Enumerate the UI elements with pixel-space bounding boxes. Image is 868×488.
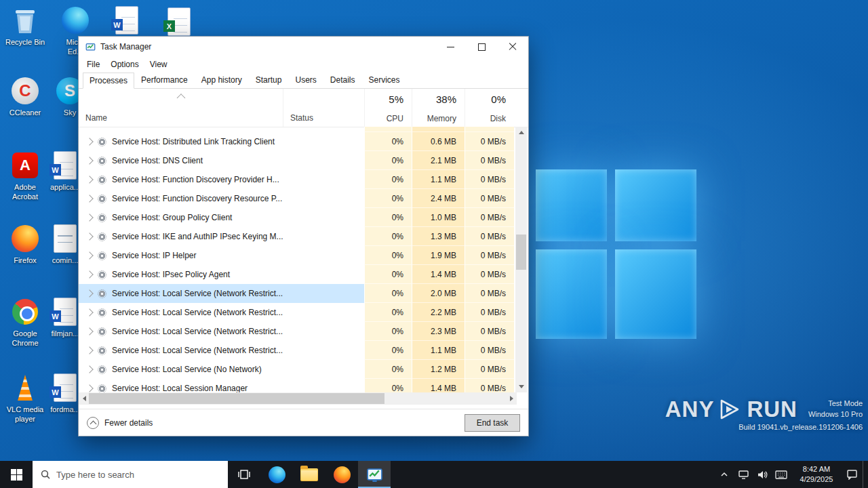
desktop-icon-excel-file[interactable]: X: [155, 7, 203, 39]
menu-item[interactable]: View: [144, 58, 173, 70]
maximize-button[interactable]: [466, 37, 497, 57]
process-row[interactable]: Service Host: Function Discovery Resourc…: [79, 189, 517, 208]
tab[interactable]: Processes: [83, 73, 134, 89]
windows-logo-icon: [11, 469, 22, 481]
taskbar-firefox[interactable]: [326, 461, 358, 488]
volume-tray-button[interactable]: [754, 461, 770, 488]
process-row[interactable]: Service Host: Local Service (Network Res…: [79, 322, 517, 341]
vertical-scrollbar[interactable]: [515, 127, 527, 392]
taskbar-task-manager[interactable]: [358, 461, 391, 488]
process-row[interactable]: Service Host: Local Service (Network Res…: [79, 303, 517, 322]
desktop-icon-word-file[interactable]: W: [103, 5, 151, 38]
horizontal-scroll-thumb[interactable]: [89, 393, 384, 404]
action-center-button[interactable]: [844, 461, 860, 488]
column-memory[interactable]: 38% Memory: [412, 89, 465, 127]
process-row[interactable]: Service Host: DNS Client 0% 2.1 MB 0 MB/…: [79, 151, 517, 170]
expand-chevron-icon[interactable]: [85, 195, 93, 202]
expand-chevron-icon[interactable]: [85, 232, 93, 240]
icon-label: Firefox: [14, 256, 37, 266]
process-name-cell: Service Host: Local Service (Network Res…: [79, 303, 283, 322]
taskbar-edge[interactable]: [260, 461, 293, 488]
menu-bar: File Options View: [79, 57, 528, 72]
start-button[interactable]: [0, 461, 33, 488]
process-cpu: 0%: [364, 227, 412, 246]
process-cpu: 0%: [364, 170, 412, 189]
process-row[interactable]: Service Host: Local Service (Network Res…: [79, 341, 517, 360]
show-desktop-button[interactable]: [863, 461, 867, 488]
process-cpu: 0%: [364, 341, 412, 360]
process-memory: 1.1 MB: [412, 341, 465, 360]
process-row[interactable]: Service Host: Local Session Manager 0% 1…: [79, 379, 517, 392]
tab[interactable]: Users: [288, 72, 323, 88]
process-name: Service Host: Local Service (Network Res…: [112, 327, 283, 336]
process-row[interactable]: Service Host: Function Discovery Provide…: [79, 170, 517, 189]
process-cpu: 0%: [364, 208, 412, 227]
process-row[interactable]: Service Host: Group Policy Client 0% 1.0…: [79, 208, 517, 227]
column-disk[interactable]: 0% Disk: [465, 89, 514, 127]
tab[interactable]: Startup: [249, 72, 289, 88]
anyrun-brand-right: RUN: [747, 396, 797, 422]
system-tray: 8:42 AM 4/29/2025: [716, 461, 868, 488]
process-name: Service Host: IPsec Policy Agent: [112, 270, 230, 279]
scroll-right-arrow[interactable]: [506, 392, 517, 405]
vertical-scroll-thumb[interactable]: [516, 235, 526, 270]
tab[interactable]: Details: [323, 72, 362, 88]
end-task-button[interactable]: End task: [465, 414, 520, 432]
process-row[interactable]: Service Host: Distributed Link Tracking …: [79, 132, 517, 151]
process-list: Service Host: Distributed Link Tracking …: [79, 127, 517, 392]
scroll-left-arrow[interactable]: [79, 392, 90, 405]
expand-chevron-icon[interactable]: [85, 289, 93, 297]
process-row[interactable]: Service Host: IKE and AuthIP IPsec Keyin…: [79, 227, 517, 246]
icon-label: Recycle Bin: [5, 38, 45, 47]
title-bar[interactable]: Task Manager: [79, 37, 528, 57]
scroll-down-arrow[interactable]: [515, 381, 527, 392]
tab[interactable]: Services: [362, 72, 407, 88]
process-row[interactable]: Service Host: Local Service (Network Res…: [79, 284, 517, 303]
column-status[interactable]: Status: [283, 89, 364, 127]
expand-chevron-icon[interactable]: [85, 138, 93, 145]
adobe-acrobat-icon: A: [12, 152, 38, 178]
hidden-icons-button[interactable]: [716, 461, 732, 488]
taskbar-file-explorer[interactable]: [293, 461, 326, 488]
close-button[interactable]: [497, 37, 528, 57]
menu-item[interactable]: File: [81, 58, 105, 70]
taskbar-clock[interactable]: 8:42 AM 4/29/2025: [792, 464, 841, 485]
text-document-icon: [54, 224, 77, 253]
disk-total-percent: 0%: [491, 94, 506, 105]
fewer-details-toggle[interactable]: Fewer details: [87, 417, 153, 429]
expand-chevron-icon[interactable]: [85, 157, 93, 164]
tab[interactable]: App history: [195, 72, 249, 88]
process-status: [283, 170, 364, 189]
expand-chevron-icon[interactable]: [85, 365, 93, 373]
expand-chevron-icon[interactable]: [85, 327, 93, 335]
expand-chevron-icon[interactable]: [85, 251, 93, 259]
horizontal-scrollbar[interactable]: [79, 392, 517, 405]
process-row[interactable]: Service Host: IP Helper 0% 1.9 MB 0 MB/s: [79, 246, 517, 265]
minimize-button[interactable]: [435, 37, 466, 57]
process-row[interactable]: Service Host: Local Service (No Network)…: [79, 360, 517, 379]
taskbar-search[interactable]: Type here to search: [33, 461, 228, 488]
expand-chevron-icon[interactable]: [85, 270, 93, 278]
column-name[interactable]: Name: [79, 89, 283, 127]
scroll-up-arrow[interactable]: [515, 127, 527, 138]
expand-chevron-icon[interactable]: [85, 346, 93, 354]
task-view-button[interactable]: [228, 461, 260, 488]
touch-keyboard-button[interactable]: [773, 461, 789, 488]
menu-item[interactable]: Options: [105, 58, 144, 70]
column-cpu[interactable]: 5% CPU: [364, 89, 412, 127]
word-badge: W: [50, 164, 61, 176]
process-memory: 2.2 MB: [412, 303, 465, 322]
desktop-icon-ccleaner[interactable]: C CCleaner: [1, 76, 49, 118]
expand-chevron-icon[interactable]: [85, 214, 93, 221]
expand-chevron-icon[interactable]: [85, 176, 93, 183]
network-tray-button[interactable]: [735, 461, 751, 488]
tab[interactable]: Performance: [134, 72, 195, 88]
process-memory: 2.1 MB: [412, 151, 465, 170]
expand-chevron-icon[interactable]: [85, 384, 93, 392]
process-disk: 0 MB/s: [465, 151, 514, 170]
service-gear-icon: [98, 346, 106, 355]
expand-chevron-icon[interactable]: [85, 308, 93, 316]
desktop-icon-recycle-bin[interactable]: Recycle Bin: [1, 5, 49, 47]
wallpaper-logo-pane: [536, 169, 607, 241]
process-row[interactable]: Service Host: IPsec Policy Agent 0% 1.4 …: [79, 265, 517, 284]
